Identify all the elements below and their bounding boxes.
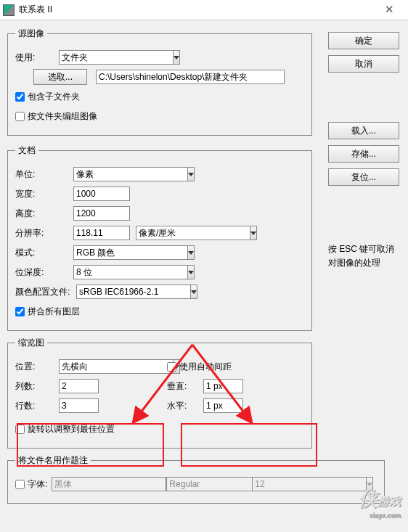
source-group: 源图像 使用: 选取... 包含子文件夹 [7, 28, 312, 136]
chevron-down-icon[interactable] [173, 50, 180, 65]
horz-label: 水平: [167, 400, 203, 412]
path-field[interactable] [96, 70, 285, 84]
choose-button[interactable]: 选取... [33, 69, 87, 85]
reset-button[interactable]: 复位... [328, 168, 399, 186]
caption-group: 将文件名用作题注 字体: [7, 454, 385, 504]
rotate-checkbox[interactable]: 旋转以调整到最佳位置 [15, 423, 115, 435]
watermark: 侠游戏 xiayx.com [359, 486, 401, 519]
use-label: 使用: [15, 52, 59, 64]
source-legend: 源图像 [15, 28, 47, 40]
save-button[interactable]: 存储... [328, 145, 399, 163]
size-select [252, 477, 290, 491]
cols-input[interactable] [59, 379, 99, 393]
horz-input[interactable] [203, 398, 243, 413]
load-button[interactable]: 载入... [328, 122, 399, 139]
thumbnail-legend: 缩览图 [15, 337, 47, 349]
rows-label: 行数: [15, 400, 59, 412]
caption-legend: 将文件名用作题注 [15, 454, 91, 467]
depth-label: 位深度: [15, 266, 73, 279]
document-legend: 文档 [15, 144, 38, 157]
close-icon[interactable]: ✕ [373, 1, 405, 20]
font-select [52, 477, 160, 491]
weight-select [166, 477, 246, 491]
rows-input[interactable] [59, 398, 99, 413]
res-unit-select[interactable] [136, 226, 212, 240]
place-label: 位置: [15, 361, 59, 373]
esc-hint: 按 ESC 键可取消 对图像的处理 [328, 242, 401, 270]
include-subfolders-checkbox[interactable]: 包含子文件夹 [15, 91, 80, 103]
use-select[interactable] [59, 50, 141, 65]
chevron-down-icon[interactable] [187, 167, 195, 181]
chevron-down-icon[interactable] [187, 265, 195, 279]
group-by-folder-checkbox[interactable]: 按文件夹编组图像 [15, 110, 97, 123]
chevron-down-icon[interactable] [250, 226, 257, 240]
place-select[interactable] [59, 359, 144, 374]
mode-label: 模式: [15, 247, 73, 259]
chevron-down-icon[interactable] [190, 285, 197, 299]
mode-select[interactable] [73, 245, 166, 260]
height-label: 高度: [15, 208, 73, 220]
vert-input[interactable] [203, 379, 243, 393]
width-label: 宽度: [15, 188, 73, 200]
res-input[interactable] [73, 226, 130, 240]
auto-spacing-checkbox[interactable]: 使用自动间距 [167, 361, 232, 373]
width-input[interactable] [73, 187, 130, 201]
unit-label: 单位: [15, 168, 73, 181]
depth-select[interactable] [73, 265, 155, 279]
app-icon [3, 4, 15, 16]
unit-select[interactable] [73, 167, 155, 181]
chevron-down-icon[interactable] [187, 245, 195, 260]
ok-button[interactable]: 确定 [328, 32, 399, 49]
profile-select[interactable] [76, 285, 179, 299]
thumbnail-group: 缩览图 位置: 列数: 行数: [7, 337, 312, 449]
profile-label: 颜色配置文件: [15, 286, 76, 298]
flatten-checkbox[interactable]: 拼合所有图层 [15, 306, 80, 318]
document-group: 文档 单位: 宽度: 高度: 分辨率: [7, 144, 312, 331]
cols-label: 列数: [15, 380, 59, 393]
window-title: 联系表 II [19, 4, 373, 16]
vert-label: 垂直: [167, 380, 203, 393]
cancel-button[interactable]: 取消 [328, 55, 399, 73]
caption-font-checkbox[interactable]: 字体: [15, 478, 47, 491]
res-label: 分辨率: [15, 227, 73, 240]
height-input[interactable] [73, 206, 130, 221]
